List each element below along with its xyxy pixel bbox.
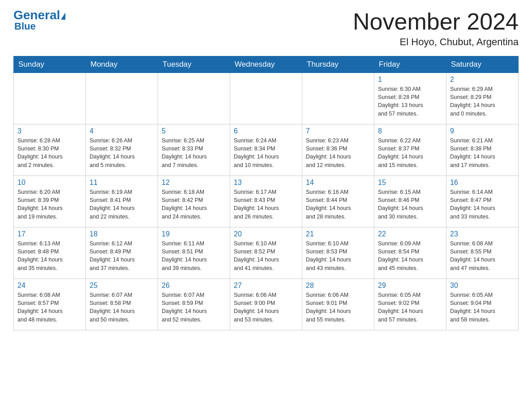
day-info: Sunrise: 6:20 AMSunset: 8:39 PMDaylight:… [17, 188, 82, 221]
calendar-cell: 25Sunrise: 6:07 AMSunset: 8:58 PMDayligh… [86, 279, 158, 330]
calendar-cell: 27Sunrise: 6:06 AMSunset: 9:00 PMDayligh… [230, 279, 302, 330]
day-number: 7 [306, 127, 370, 135]
calendar-cell [230, 73, 302, 124]
day-number: 21 [306, 230, 370, 238]
day-number: 23 [450, 230, 515, 238]
calendar-cell: 1Sunrise: 6:30 AMSunset: 8:28 PMDaylight… [374, 73, 446, 124]
day-info: Sunrise: 6:05 AMSunset: 9:04 PMDaylight:… [450, 291, 515, 324]
day-number: 15 [378, 179, 442, 187]
calendar-cell: 15Sunrise: 6:15 AMSunset: 8:46 PMDayligh… [374, 176, 446, 227]
day-info: Sunrise: 6:17 AMSunset: 8:43 PMDaylight:… [234, 188, 298, 221]
day-number: 30 [450, 282, 515, 290]
day-number: 6 [234, 127, 298, 135]
day-info: Sunrise: 6:13 AMSunset: 8:48 PMDaylight:… [17, 240, 82, 272]
calendar-cell: 17Sunrise: 6:13 AMSunset: 8:48 PMDayligh… [14, 227, 86, 279]
day-info: Sunrise: 6:21 AMSunset: 8:38 PMDaylight:… [450, 137, 515, 169]
calendar-cell: 8Sunrise: 6:22 AMSunset: 8:37 PMDaylight… [374, 124, 446, 176]
day-number: 11 [90, 179, 154, 187]
day-number: 19 [162, 230, 226, 238]
day-info: Sunrise: 6:30 AMSunset: 8:28 PMDaylight:… [378, 85, 442, 118]
day-info: Sunrise: 6:25 AMSunset: 8:33 PMDaylight:… [162, 137, 226, 169]
calendar-cell: 13Sunrise: 6:17 AMSunset: 8:43 PMDayligh… [230, 176, 302, 227]
day-number: 25 [90, 282, 154, 290]
subtitle: El Hoyo, Chubut, Argentina [353, 36, 519, 48]
calendar-cell: 18Sunrise: 6:12 AMSunset: 8:49 PMDayligh… [86, 227, 158, 279]
calendar-cell: 30Sunrise: 6:05 AMSunset: 9:04 PMDayligh… [446, 279, 519, 330]
day-info: Sunrise: 6:10 AMSunset: 8:53 PMDaylight:… [306, 240, 370, 272]
day-number: 17 [17, 230, 82, 238]
day-number: 14 [306, 179, 370, 187]
calendar-cell: 12Sunrise: 6:18 AMSunset: 8:42 PMDayligh… [158, 176, 230, 227]
day-number: 9 [450, 127, 515, 135]
day-number: 28 [306, 282, 370, 290]
day-number: 13 [234, 179, 298, 187]
week-row-5: 24Sunrise: 6:08 AMSunset: 8:57 PMDayligh… [14, 279, 519, 330]
logo-blue-text: Blue [13, 21, 36, 32]
calendar-cell: 9Sunrise: 6:21 AMSunset: 8:38 PMDaylight… [446, 124, 519, 176]
day-info: Sunrise: 6:15 AMSunset: 8:46 PMDaylight:… [378, 188, 442, 221]
calendar-cell [86, 73, 158, 124]
day-info: Sunrise: 6:11 AMSunset: 8:51 PMDaylight:… [162, 240, 226, 272]
calendar-cell: 4Sunrise: 6:26 AMSunset: 8:32 PMDaylight… [86, 124, 158, 176]
day-number: 12 [162, 179, 226, 187]
calendar-cell: 14Sunrise: 6:16 AMSunset: 8:44 PMDayligh… [302, 176, 374, 227]
title-area: November 2024 El Hoyo, Chubut, Argentina [353, 9, 519, 48]
day-info: Sunrise: 6:07 AMSunset: 8:58 PMDaylight:… [90, 291, 154, 324]
day-info: Sunrise: 6:06 AMSunset: 9:00 PMDaylight:… [234, 291, 298, 324]
day-info: Sunrise: 6:22 AMSunset: 8:37 PMDaylight:… [378, 137, 442, 169]
calendar-cell [14, 73, 86, 124]
calendar-cell: 22Sunrise: 6:09 AMSunset: 8:54 PMDayligh… [374, 227, 446, 279]
calendar-cell: 29Sunrise: 6:05 AMSunset: 9:02 PMDayligh… [374, 279, 446, 330]
calendar-cell: 6Sunrise: 6:24 AMSunset: 8:34 PMDaylight… [230, 124, 302, 176]
calendar-cell: 16Sunrise: 6:14 AMSunset: 8:47 PMDayligh… [446, 176, 519, 227]
header-friday: Friday [374, 56, 446, 73]
header: General Blue November 2024 El Hoyo, Chub… [13, 9, 519, 48]
calendar-cell [302, 73, 374, 124]
calendar-cell: 10Sunrise: 6:20 AMSunset: 8:39 PMDayligh… [14, 176, 86, 227]
calendar-cell [158, 73, 230, 124]
day-info: Sunrise: 6:08 AMSunset: 8:55 PMDaylight:… [450, 240, 515, 272]
day-info: Sunrise: 6:10 AMSunset: 8:52 PMDaylight:… [234, 240, 298, 272]
logo: General Blue [13, 9, 65, 32]
day-info: Sunrise: 6:23 AMSunset: 8:36 PMDaylight:… [306, 137, 370, 169]
week-row-2: 3Sunrise: 6:28 AMSunset: 8:30 PMDaylight… [14, 124, 519, 176]
day-number: 20 [234, 230, 298, 238]
day-number: 8 [378, 127, 442, 135]
day-info: Sunrise: 6:14 AMSunset: 8:47 PMDaylight:… [450, 188, 515, 221]
calendar-cell: 24Sunrise: 6:08 AMSunset: 8:57 PMDayligh… [14, 279, 86, 330]
day-info: Sunrise: 6:24 AMSunset: 8:34 PMDaylight:… [234, 137, 298, 169]
day-number: 18 [90, 230, 154, 238]
day-number: 1 [378, 76, 442, 84]
logo-general-text: General [13, 8, 60, 22]
day-info: Sunrise: 6:18 AMSunset: 8:42 PMDaylight:… [162, 188, 226, 221]
day-info: Sunrise: 6:12 AMSunset: 8:49 PMDaylight:… [90, 240, 154, 272]
day-info: Sunrise: 6:16 AMSunset: 8:44 PMDaylight:… [306, 188, 370, 221]
day-info: Sunrise: 6:05 AMSunset: 9:02 PMDaylight:… [378, 291, 442, 324]
day-info: Sunrise: 6:26 AMSunset: 8:32 PMDaylight:… [90, 137, 154, 169]
calendar-cell: 5Sunrise: 6:25 AMSunset: 8:33 PMDaylight… [158, 124, 230, 176]
calendar-cell: 20Sunrise: 6:10 AMSunset: 8:52 PMDayligh… [230, 227, 302, 279]
calendar-header-row: SundayMondayTuesdayWednesdayThursdayFrid… [14, 56, 519, 73]
day-number: 26 [162, 282, 226, 290]
day-number: 3 [17, 127, 82, 135]
week-row-4: 17Sunrise: 6:13 AMSunset: 8:48 PMDayligh… [14, 227, 519, 279]
day-number: 4 [90, 127, 154, 135]
header-sunday: Sunday [14, 56, 86, 73]
calendar-cell: 3Sunrise: 6:28 AMSunset: 8:30 PMDaylight… [14, 124, 86, 176]
calendar-cell: 19Sunrise: 6:11 AMSunset: 8:51 PMDayligh… [158, 227, 230, 279]
day-number: 2 [450, 76, 515, 84]
week-row-1: 1Sunrise: 6:30 AMSunset: 8:28 PMDaylight… [14, 73, 519, 124]
day-number: 27 [234, 282, 298, 290]
calendar-cell: 23Sunrise: 6:08 AMSunset: 8:55 PMDayligh… [446, 227, 519, 279]
calendar-cell: 11Sunrise: 6:19 AMSunset: 8:41 PMDayligh… [86, 176, 158, 227]
calendar-cell: 28Sunrise: 6:06 AMSunset: 9:01 PMDayligh… [302, 279, 374, 330]
main-title: November 2024 [353, 9, 519, 34]
header-tuesday: Tuesday [158, 56, 230, 73]
logo-triangle-icon [61, 13, 65, 20]
day-info: Sunrise: 6:29 AMSunset: 8:29 PMDaylight:… [450, 85, 515, 118]
week-row-3: 10Sunrise: 6:20 AMSunset: 8:39 PMDayligh… [14, 176, 519, 227]
day-number: 24 [17, 282, 82, 290]
calendar-table: SundayMondayTuesdayWednesdayThursdayFrid… [13, 56, 519, 330]
calendar-cell: 21Sunrise: 6:10 AMSunset: 8:53 PMDayligh… [302, 227, 374, 279]
day-number: 16 [450, 179, 515, 187]
